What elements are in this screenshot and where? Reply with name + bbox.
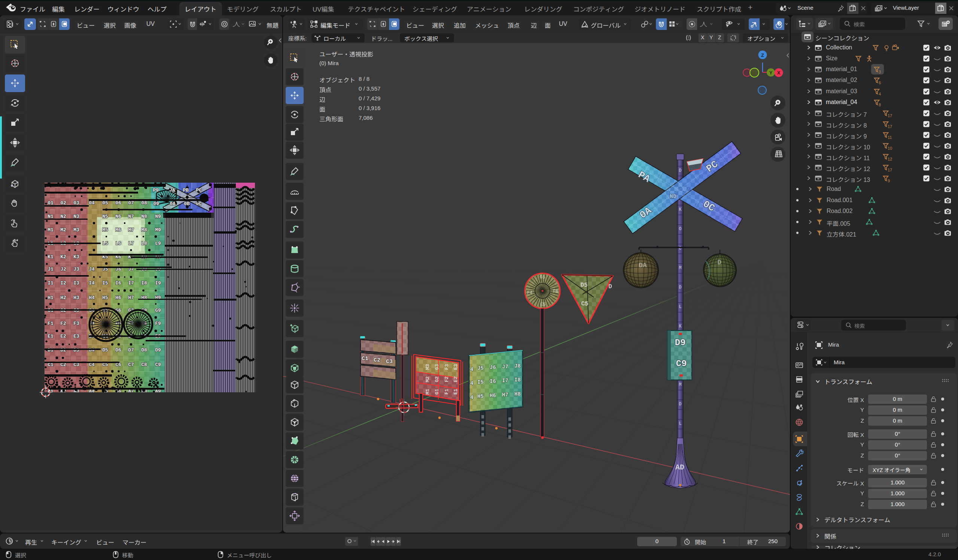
svg-text:N2: N2 [60, 214, 66, 219]
svg-text:I9: I9 [155, 280, 161, 286]
svg-text:D: D [679, 402, 681, 407]
svg-text:H1: H1 [48, 295, 54, 301]
svg-text:L8: L8 [141, 241, 147, 246]
svg-text:J5: J5 [477, 365, 484, 371]
svg-text:F3: F3 [73, 321, 79, 327]
svg-text:I8: I8 [141, 280, 147, 286]
svg-text:4: 4 [470, 366, 473, 373]
svg-text:L9: L9 [155, 241, 161, 246]
svg-text:ND: ND [670, 194, 676, 200]
svg-text:01: 01 [48, 200, 54, 206]
svg-text:E1: E1 [48, 333, 54, 339]
svg-text:F4: F4 [527, 290, 532, 296]
svg-text:J3: J3 [73, 267, 79, 272]
svg-text:PB: PB [183, 187, 189, 193]
svg-text:N7: N7 [128, 214, 134, 219]
svg-text:04: 04 [89, 200, 95, 206]
svg-text:M7: M7 [128, 227, 134, 233]
svg-text:F1: F1 [444, 389, 450, 395]
svg-text:C7: C7 [128, 362, 134, 368]
svg-text:D6: D6 [115, 347, 121, 353]
svg-text:H6: H6 [115, 295, 121, 301]
svg-text:0C: 0C [196, 201, 202, 207]
svg-text:D1: D1 [48, 347, 54, 353]
svg-text:M3: M3 [425, 364, 430, 370]
svg-text:I5: I5 [477, 379, 484, 385]
svg-text:J2: J2 [60, 267, 66, 272]
svg-text:DA: DA [639, 262, 647, 269]
svg-text:C2: C2 [374, 357, 381, 363]
svg-text:09: 09 [153, 201, 159, 207]
svg-text:E5: E5 [540, 302, 546, 307]
svg-text:H5: H5 [477, 393, 484, 400]
svg-text:H2: H2 [60, 295, 66, 301]
svg-text:I3: I3 [73, 280, 79, 286]
svg-text:H6: H6 [490, 393, 496, 399]
svg-text:0A: 0A [170, 201, 176, 207]
svg-text:PC: PC [196, 187, 202, 193]
svg-text:D: D [608, 283, 612, 290]
svg-text:M1: M1 [48, 227, 54, 233]
svg-text:M: M [679, 265, 681, 271]
svg-text:I7: I7 [502, 378, 508, 384]
svg-text:G9: G9 [155, 308, 161, 313]
svg-text:D7: D7 [128, 347, 134, 353]
svg-text:06: 06 [115, 200, 121, 206]
svg-text:G2: G2 [434, 376, 440, 382]
svg-text:C1: C1 [362, 355, 368, 362]
svg-text:D: D [679, 168, 681, 173]
svg-text:C: C [679, 246, 681, 251]
svg-text:E2: E2 [60, 333, 66, 339]
svg-text:H7: H7 [128, 295, 134, 301]
svg-text:D5: D5 [580, 282, 587, 289]
svg-text:I1: I1 [48, 280, 54, 286]
svg-text:N3: N3 [73, 214, 79, 219]
svg-text:F6: F6 [553, 289, 558, 294]
svg-text:M3: M3 [73, 227, 79, 233]
svg-text:H5: H5 [102, 295, 108, 301]
svg-text:L5: L5 [102, 241, 108, 246]
svg-text:M: M [679, 382, 681, 387]
svg-text:E2: E2 [453, 376, 458, 382]
svg-text:K3: K3 [73, 254, 79, 260]
svg-text:02: 02 [60, 200, 66, 206]
svg-text:M5: M5 [102, 227, 108, 233]
svg-text:J4: J4 [89, 267, 95, 272]
svg-text:J8: J8 [514, 363, 521, 369]
svg-text:D3: D3 [73, 347, 79, 353]
svg-text:08: 08 [141, 200, 147, 206]
svg-text:I5: I5 [102, 280, 108, 286]
svg-text:F9: F9 [155, 321, 161, 327]
svg-text:I4: I4 [89, 280, 95, 286]
svg-text:07: 07 [128, 200, 134, 206]
svg-text:G1: G1 [434, 389, 440, 395]
svg-text:F3: F3 [444, 364, 450, 370]
svg-text:L7: L7 [128, 241, 134, 246]
svg-text:L: L [679, 305, 681, 309]
svg-text:N1: N1 [48, 214, 54, 219]
svg-text:D8: D8 [141, 347, 147, 353]
svg-text:F2: F2 [444, 376, 450, 382]
svg-text:J7: J7 [502, 364, 508, 370]
svg-text:J1: J1 [48, 267, 54, 272]
svg-text:M6: M6 [115, 227, 121, 233]
svg-text:I6: I6 [490, 378, 496, 384]
svg-text:H4: H4 [89, 295, 95, 301]
svg-text:C9: C9 [676, 359, 687, 369]
svg-text:D9: D9 [675, 338, 686, 348]
svg-text:P9: P9 [153, 187, 159, 193]
svg-text:H7: H7 [502, 392, 508, 398]
svg-text:D9: D9 [155, 347, 161, 353]
svg-text:M8: M8 [141, 227, 147, 233]
svg-text:L6: L6 [115, 241, 121, 246]
svg-text:I2: I2 [60, 280, 66, 286]
svg-text:Z: Z [761, 52, 764, 58]
svg-text:E1: E1 [453, 389, 458, 395]
svg-text:G3: G3 [434, 364, 440, 370]
svg-text:03: 03 [73, 200, 79, 206]
svg-text:M2: M2 [425, 376, 430, 382]
svg-text:F2: F2 [60, 321, 66, 327]
svg-text:K: K [679, 207, 682, 212]
svg-text:K2: K2 [60, 254, 66, 260]
svg-text:4: 4 [470, 395, 473, 401]
